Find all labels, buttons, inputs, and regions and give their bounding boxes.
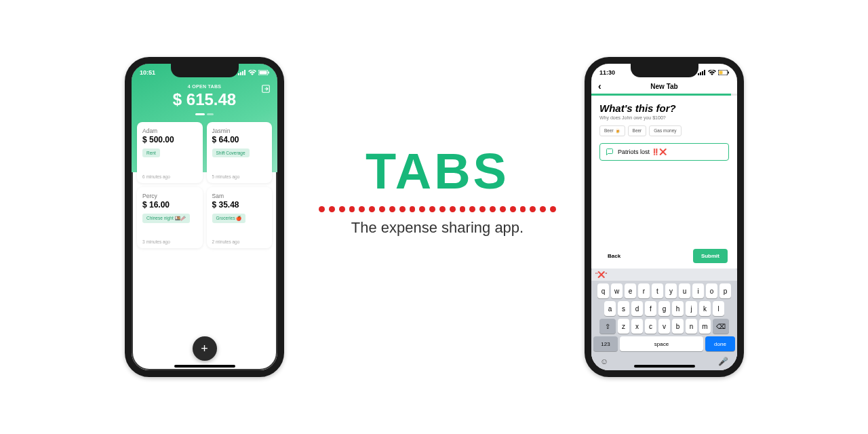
keyboard-key[interactable]: b [672,319,684,334]
signal-icon [238,70,246,75]
tab-card-tag: Rent [142,149,160,157]
export-icon[interactable] [261,84,271,94]
add-tab-button[interactable]: + [193,336,217,361]
keyboard-space-key[interactable]: space [620,336,703,351]
suggestion-chip[interactable]: Beer 🍺 [599,125,625,136]
svg-rect-1 [240,73,241,76]
keyboard-key[interactable]: m [699,319,711,334]
tab-card-amount: $ 500.00 [142,135,197,144]
keyboard-key[interactable]: z [618,319,629,334]
open-tabs-label: 4 OPEN TABS [132,84,277,89]
back-chevron-icon[interactable]: ‹ [598,81,601,92]
keyboard-key[interactable]: t [652,283,663,298]
tab-card[interactable]: Adam $ 500.00 Rent 6 minutes ago [137,122,203,183]
decorative-dot-row [319,206,556,212]
keyboard-key[interactable]: e [625,283,636,298]
keyboard-key[interactable]: o [706,283,717,298]
form-subheading: Why does John owe you $100? [599,115,729,120]
svg-rect-6 [269,72,270,74]
tab-card-amount: $ 64.00 [212,135,267,144]
tab-card[interactable]: Jasmin $ 64.00 Shift Coverage 5 minutes … [207,122,273,183]
signal-icon [698,70,706,75]
tab-card-name: Sam [212,193,267,199]
svg-rect-10 [702,71,703,75]
keyboard-key[interactable]: a [604,301,616,316]
phone-mockup-new-tab: 11:30 ‹ New Tab What's this for? Why doe… [585,57,744,377]
tab-card-time: 6 minutes ago [142,174,170,179]
chat-icon [606,148,614,156]
reason-input[interactable]: Patriots lost ‼️❌ [599,143,729,161]
keyboard-key[interactable]: v [658,319,670,334]
keyboard-key[interactable]: u [679,283,690,298]
svg-rect-9 [700,73,701,76]
keyboard-key[interactable]: i [692,283,704,298]
tagline-text: The expense sharing app. [319,219,556,237]
tab-card-time: 5 minutes ago [212,174,240,179]
keyboard-key[interactable]: p [719,283,731,298]
tab-card-amount: $ 35.48 [212,200,267,210]
brand-logo-text: TABS [319,146,556,197]
keyboard-key[interactable]: f [645,301,656,316]
status-time: 11:30 [599,69,615,76]
ios-keyboard: "❌" qwertyuiop asdfghjkl ⇧zxcvbnm⌫ 123 s… [591,269,737,370]
tab-card-tag: Groceries 🍎 [212,214,246,223]
tab-card-tag: Chinese night 🍱🥢 [142,214,190,223]
keyboard-done-key[interactable]: done [705,336,735,351]
tab-card[interactable]: Sam $ 35.48 Groceries 🍎 2 minutes ago [207,187,273,248]
submit-button[interactable]: Submit [693,249,728,263]
wifi-icon [708,70,716,75]
keyboard-suggestion[interactable]: "❌" [591,269,737,281]
svg-rect-14 [728,72,730,74]
back-button[interactable]: Back [601,249,627,263]
pager-dots[interactable] [132,113,277,115]
keyboard-key[interactable]: l [713,301,724,316]
keyboard-key[interactable]: j [686,301,697,316]
keyboard-key[interactable]: x [631,319,643,334]
status-bar: 10:51 [132,65,277,80]
keyboard-key[interactable]: y [665,283,677,298]
keyboard-key[interactable]: c [645,319,656,334]
keyboard-key[interactable]: n [686,319,697,334]
svg-rect-2 [242,71,243,75]
status-bar: 11:30 [591,65,737,80]
tab-card-name: Adam [142,127,197,134]
tab-card-name: Percy [142,193,197,199]
tab-card-name: Jasmin [212,127,267,134]
screen-title: New Tab [650,83,677,90]
emoji-icon[interactable]: ☺ [600,357,608,366]
battery-icon [718,70,729,75]
keyboard-key[interactable]: k [699,301,711,316]
keyboard-key[interactable]: d [631,301,643,316]
battery-icon [258,70,269,75]
tab-card[interactable]: Percy $ 16.00 Chinese night 🍱🥢 3 minutes… [137,187,203,248]
form-heading: What's this for? [599,102,729,114]
keyboard-key[interactable]: w [611,283,623,298]
tab-card-tag: Shift Coverage [212,149,250,157]
svg-rect-0 [238,73,239,75]
home-indicator[interactable] [174,365,235,368]
svg-rect-11 [704,70,705,75]
suggestion-chip[interactable]: Beer [628,125,647,136]
keyboard-key[interactable]: q [597,283,609,298]
total-amount: $ 615.48 [132,90,277,109]
tab-card-amount: $ 16.00 [142,200,197,210]
keyboard-key[interactable]: g [658,301,670,316]
keyboard-shift-key[interactable]: ⇧ [599,319,616,334]
home-indicator[interactable] [634,365,695,368]
keyboard-key[interactable]: h [672,301,684,316]
keyboard-numeric-key[interactable]: 123 [593,336,618,351]
keyboard-key[interactable]: s [618,301,629,316]
svg-rect-3 [244,70,245,75]
plus-icon: + [201,342,208,356]
status-time: 10:51 [140,69,155,76]
keyboard-key[interactable]: r [638,283,650,298]
keyboard-backspace-key[interactable]: ⌫ [713,319,729,334]
svg-rect-8 [698,73,699,75]
tab-card-time: 2 minutes ago [212,239,240,244]
tab-card-time: 3 minutes ago [142,239,170,244]
mic-icon[interactable]: 🎤 [718,357,728,366]
wifi-icon [248,70,256,75]
suggestion-chip[interactable]: Gas money [649,125,681,136]
svg-rect-5 [260,71,267,75]
phone-mockup-overview: 10:51 4 OPEN TABS $ 615.48 Adam $ 500.00… [125,57,284,377]
